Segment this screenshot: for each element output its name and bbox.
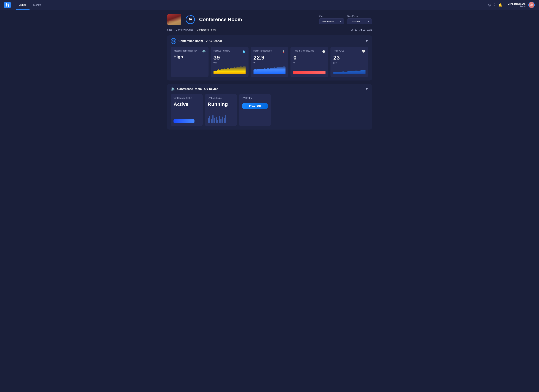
card-infection: Infection Transmissibility ⚙️ High — [171, 47, 208, 77]
fan-bar-8 — [219, 116, 220, 123]
drop-icon[interactable]: ◎ — [488, 3, 491, 7]
navbar: H Monitor Kiosks ◎ ? 🔔 John Bohlmann Adm… — [0, 0, 539, 10]
header-controls: Zone Test Room - ... ▼ Time Period This … — [319, 15, 372, 24]
voc-section-header[interactable]: 90 Conference Room - VOC Sensor ▼ — [167, 35, 372, 47]
date-range: Jul 17 - Jul 22, 2022 — [351, 29, 372, 31]
breadcrumb-site[interactable]: Downtown Office — [176, 29, 193, 31]
nav-links: Monitor Kiosks — [16, 0, 488, 10]
building-thumbnail — [167, 14, 181, 25]
breadcrumb-sep-2: › — [195, 29, 195, 31]
page-title: Conference Room — [199, 17, 242, 22]
fan-bar-11 — [224, 118, 225, 123]
card-voc-unit: ppb — [333, 62, 366, 64]
period-control: Time Period This Week ▼ — [347, 15, 372, 24]
fan-bar-1 — [208, 118, 209, 123]
card-temperature: Room Temperature 🌡️ 22.9 °C — [251, 47, 289, 77]
user-info: John Bohlmann Admin — [508, 2, 525, 7]
card-uv-cleaning: UV Cleaning Status Active — [171, 94, 203, 126]
card-uv-fan-value: Running — [208, 101, 234, 107]
card-comfort: Time In Comfort Zone ⏱️ 0 % — [290, 47, 328, 77]
card-humidity-chart — [213, 65, 246, 74]
uv-cards-grid: UV Cleaning Status Active UV Fan Status … — [167, 94, 372, 129]
card-uv-fan: UV Fan Status Running — [205, 94, 237, 126]
card-comfort-chart — [293, 65, 326, 74]
card-temperature-chart — [254, 65, 286, 74]
card-humidity: Relative Humidity 💧 39 %RH — [211, 47, 249, 77]
score-value: 90 — [189, 18, 192, 21]
fan-bar-6 — [216, 117, 217, 123]
uv-section: ⚙️ Conference Room - UV Device ▼ UV Clea… — [167, 84, 372, 129]
card-uv-control: UV Control Power Off — [239, 94, 271, 126]
fan-bar-9 — [221, 119, 221, 123]
uv-fan-chart — [208, 114, 234, 123]
breadcrumb: Sites › Downtown Office › Conference Roo… — [167, 29, 216, 31]
card-infection-icon: ⚙️ — [202, 50, 206, 53]
zone-value: Test Room - ... — [322, 20, 337, 23]
card-comfort-value: 0 — [293, 54, 326, 61]
card-comfort-icon: ⏱️ — [322, 50, 326, 53]
fan-bar-3 — [211, 119, 212, 123]
voc-sparkline — [333, 65, 366, 74]
avatar[interactable]: JB — [528, 2, 535, 8]
period-label: Time Period — [347, 15, 372, 17]
card-humidity-value: 39 — [213, 54, 246, 61]
card-temperature-label: Room Temperature — [254, 50, 282, 53]
fan-bar-12 — [225, 115, 226, 123]
breadcrumb-row: Sites › Downtown Office › Conference Roo… — [167, 29, 372, 31]
fan-bar-7 — [217, 120, 218, 123]
period-value: This Week — [349, 20, 360, 23]
card-temperature-header: Room Temperature 🌡️ — [254, 50, 286, 53]
voc-section-header-left: 90 Conference Room - VOC Sensor — [171, 38, 222, 44]
card-infection-header: Infection Transmissibility ⚙️ — [173, 50, 206, 53]
breadcrumb-sites[interactable]: Sites — [167, 29, 172, 31]
card-voc-chart — [333, 65, 366, 74]
voc-section-title: Conference Room - VOC Sensor — [178, 39, 222, 43]
power-off-button[interactable]: Power Off — [242, 103, 268, 109]
card-temperature-unit: °C — [254, 62, 286, 64]
uv-section-title: Conference Room - UV Device — [177, 87, 218, 91]
voc-section-chevron-icon: ▼ — [365, 39, 368, 43]
card-humidity-unit: %RH — [213, 62, 246, 64]
nav-kiosks[interactable]: Kiosks — [31, 0, 43, 10]
card-voc-value: 23 — [333, 54, 366, 61]
breadcrumb-sep-1: › — [174, 29, 174, 31]
card-humidity-header: Relative Humidity 💧 — [213, 50, 246, 53]
zone-control: Zone Test Room - ... ▼ — [319, 15, 344, 24]
main-content: 90 Conference Room Zone Test Room - ... … — [163, 10, 376, 137]
voc-cards-grid: Infection Transmissibility ⚙️ High Relat… — [167, 47, 372, 81]
help-icon[interactable]: ? — [494, 3, 496, 7]
user-role: Admin — [508, 5, 525, 7]
zone-label: Zone — [319, 15, 344, 17]
bell-icon[interactable]: 🔔 — [498, 3, 502, 7]
building-image — [167, 14, 181, 25]
card-voc-header: Total VOCs 🤍 — [333, 50, 366, 53]
card-uv-fan-label: UV Fan Status — [208, 97, 234, 99]
card-uv-control-label: UV Control — [242, 97, 268, 99]
avatar-initials: JB — [529, 2, 534, 8]
period-chevron-icon: ▼ — [367, 20, 370, 23]
card-comfort-label: Time In Comfort Zone — [293, 50, 322, 53]
card-voc-icon: 🤍 — [362, 50, 366, 53]
card-comfort-unit: % — [293, 62, 326, 64]
card-humidity-icon: 💧 — [242, 50, 246, 53]
header-left: 90 Conference Room — [167, 14, 242, 25]
score-ring: 90 — [185, 14, 196, 25]
card-temperature-icon: 🌡️ — [282, 50, 285, 53]
card-uv-cleaning-label: UV Cleaning Status — [173, 97, 200, 99]
zone-chevron-icon: ▼ — [340, 20, 342, 23]
breadcrumb-current: Conference Room — [197, 29, 216, 31]
card-comfort-header: Time In Comfort Zone ⏱️ — [293, 50, 326, 53]
uv-section-header[interactable]: ⚙️ Conference Room - UV Device ▼ — [167, 84, 372, 94]
uv-section-header-left: ⚙️ Conference Room - UV Device — [171, 87, 218, 91]
card-infection-value: High — [173, 54, 206, 59]
zone-select[interactable]: Test Room - ... ▼ — [319, 19, 344, 24]
fan-bar-5 — [214, 118, 215, 123]
fan-bar-4 — [212, 115, 213, 123]
card-voc: Total VOCs 🤍 23 ppb — [331, 47, 368, 77]
fan-bar-10 — [222, 117, 223, 123]
card-infection-label: Infection Transmissibility — [173, 50, 202, 53]
nav-monitor[interactable]: Monitor — [16, 0, 29, 10]
voc-score-badge: 90 — [171, 38, 176, 44]
period-select[interactable]: This Week ▼ — [347, 19, 372, 24]
temperature-sparkline — [254, 65, 286, 74]
